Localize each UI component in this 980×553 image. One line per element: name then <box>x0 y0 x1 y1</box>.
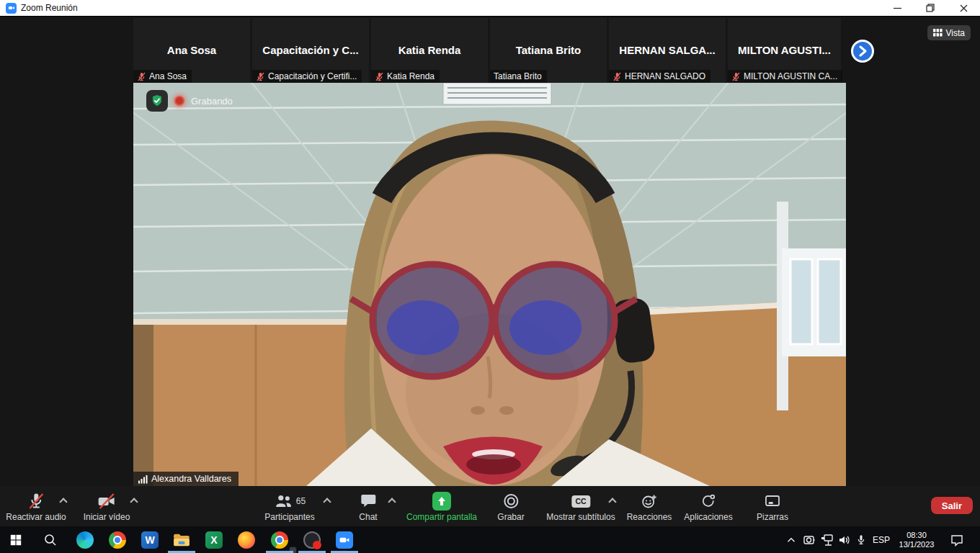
participant-tile-tatiana-brito[interactable]: Tatiana Brito Tatiana Brito <box>490 18 607 83</box>
record-button[interactable]: Grabar <box>497 486 524 526</box>
chevron-up-icon <box>785 534 798 547</box>
firefox-icon <box>238 531 255 549</box>
start-video-button[interactable]: Iniciar vídeo <box>84 486 130 526</box>
taskbar-search-button[interactable] <box>35 526 66 553</box>
participants-options-chevron[interactable] <box>321 495 333 506</box>
close-button[interactable] <box>947 0 980 16</box>
view-button[interactable]: Vista <box>927 25 971 40</box>
captions-button[interactable]: CC Mostrar subtítulos <box>546 486 615 526</box>
taskbar-excel-button[interactable]: X <box>198 526 230 553</box>
speaker-name-badge: Alexandra Valldares <box>133 472 239 486</box>
participant-label-text: Tatiana Brito <box>494 71 542 81</box>
restore-button[interactable] <box>914 0 947 16</box>
participant-name-badge: Ana Sosa <box>133 70 192 83</box>
whiteboard-button[interactable]: Pizarras <box>757 486 788 526</box>
network-icon <box>820 533 834 547</box>
captions-label: Mostrar subtítulos <box>546 512 615 522</box>
recording-label: Grabando <box>191 96 233 107</box>
participant-tile-capacitacion[interactable]: Capacitación y C... Capacitación y Certi… <box>252 18 369 83</box>
apps-icon <box>700 493 717 510</box>
participant-tile-ana-sosa[interactable]: Ana Sosa Ana Sosa <box>133 18 250 83</box>
start-button[interactable] <box>0 526 32 553</box>
participant-name: Capacitación y C... <box>252 44 369 56</box>
minimize-icon <box>894 4 901 12</box>
chat-options-chevron[interactable] <box>386 495 398 506</box>
captions-options-chevron[interactable] <box>607 495 618 506</box>
unmute-audio-button[interactable]: Reactivar audio <box>6 486 66 526</box>
tray-language-indicator[interactable]: ESP <box>873 526 890 553</box>
taskbar-file-explorer-button[interactable] <box>166 526 197 553</box>
edge-icon <box>76 531 94 549</box>
tray-action-center-button[interactable] <box>950 526 964 553</box>
minimize-button[interactable] <box>881 0 914 16</box>
chevron-up-icon <box>608 498 616 505</box>
muted-mic-icon <box>731 72 741 81</box>
speaker-icon <box>837 533 852 547</box>
record-icon <box>502 493 520 510</box>
share-screen-button[interactable]: Compartir pantalla <box>406 486 477 526</box>
participant-tile-hernan-salgado[interactable]: HERNAN SALGA... HERNAN SALGADO <box>609 18 726 83</box>
taskbar-obs-button[interactable] <box>296 526 328 553</box>
next-page-button[interactable] <box>851 40 874 63</box>
reactions-button[interactable]: Reacciones <box>627 486 672 526</box>
taskbar-chrome-button[interactable] <box>102 526 133 553</box>
participant-name-badge: MILTON AGUSTIN CA... <box>728 70 842 83</box>
participant-tile-milton-agustin[interactable]: MILTON AGUSTI... MILTON AGUSTIN CA... <box>728 18 841 83</box>
unmute-audio-label: Reactivar audio <box>6 512 66 522</box>
taskbar-firefox-button[interactable] <box>231 526 262 553</box>
audio-options-chevron[interactable] <box>58 495 69 506</box>
apps-button[interactable]: Aplicaciones <box>684 486 732 526</box>
taskbar-chrome-profile-button[interactable] <box>264 526 295 553</box>
participants-button[interactable]: 65 Participantes <box>264 486 314 526</box>
chat-icon <box>360 493 377 510</box>
taskbar-edge-button[interactable] <box>69 526 101 553</box>
excel-icon: X <box>205 531 223 549</box>
reactions-label: Reacciones <box>627 512 672 522</box>
chevron-up-icon <box>323 498 331 505</box>
main-video: Grabando Alexandra Valldares <box>133 83 846 486</box>
chat-label: Chat <box>359 512 377 522</box>
share-screen-icon <box>432 492 451 511</box>
record-label: Grabar <box>497 512 524 522</box>
meeting-toolbar: Reactivar audio Iniciar vídeo 65 Partici… <box>0 486 980 526</box>
muted-mic-icon <box>256 72 265 81</box>
whiteboard-label: Pizarras <box>757 512 788 522</box>
leave-meeting-button[interactable]: Salir <box>931 497 973 514</box>
obs-icon <box>303 531 321 549</box>
ceiling-vent <box>443 83 551 104</box>
windows-logo-icon <box>9 534 22 547</box>
participant-label-text: Capacitación y Certifi... <box>268 71 357 81</box>
video-options-chevron[interactable] <box>128 495 140 506</box>
participant-name: MILTON AGUSTI... <box>728 44 841 56</box>
tray-network-button[interactable] <box>820 526 834 553</box>
notification-icon <box>950 533 964 547</box>
reactions-icon <box>641 493 658 510</box>
close-icon <box>960 4 968 12</box>
chat-button[interactable]: Chat <box>359 486 377 526</box>
participant-tile-katia-renda[interactable]: Katia Renda Katia Renda <box>371 18 488 83</box>
tray-show-hidden-icons-button[interactable] <box>785 526 798 553</box>
tray-screen-capture-button[interactable] <box>802 526 816 553</box>
screen-capture-icon <box>802 533 816 547</box>
participants-label: Participantes <box>264 512 314 522</box>
zoom-icon <box>336 531 353 549</box>
participant-label-text: Katia Renda <box>387 71 435 81</box>
view-button-label: Vista <box>946 28 965 38</box>
windows-taskbar: W X <box>0 526 980 553</box>
chrome-profile-icon <box>271 531 288 549</box>
tray-microphone-button[interactable] <box>855 526 868 553</box>
participant-name: Tatiana Brito <box>490 44 607 56</box>
taskbar-word-button[interactable]: W <box>134 526 166 553</box>
tray-clock[interactable]: 08:30 13/1/2023 <box>899 526 935 553</box>
security-shield-button[interactable] <box>146 90 168 112</box>
start-video-label: Iniciar vídeo <box>84 512 130 522</box>
tray-time: 08:30 <box>906 531 927 539</box>
window-controls <box>881 0 980 16</box>
muted-mic-icon <box>375 72 384 81</box>
speaker-video-scene <box>133 83 846 486</box>
zoom-app-icon <box>6 3 17 14</box>
tray-date: 13/1/2023 <box>899 540 935 549</box>
tray-volume-button[interactable] <box>837 526 852 553</box>
shield-check-icon <box>151 94 164 107</box>
taskbar-zoom-button[interactable] <box>329 526 360 553</box>
